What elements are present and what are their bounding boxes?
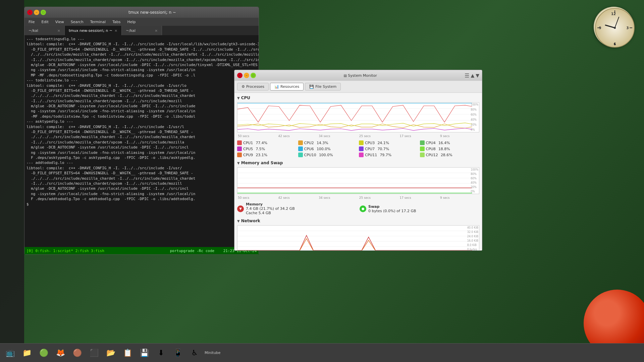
cpu3-stat: CPU3 24.1% <box>359 140 419 145</box>
terminal-menubar: File Edit View Search Terminal Tabs Help <box>24 18 259 26</box>
tab-2-label: tmux new-session\; n ~ <box>69 28 112 33</box>
cpu10-stat: CPU10 100.0% <box>298 153 358 157</box>
taskbar-app3[interactable]: ⬛ <box>87 346 101 360</box>
tab-resources[interactable]: 📊 Resources <box>270 83 304 90</box>
svg-text:9: 9 <box>599 26 601 30</box>
tab-2-close[interactable]: × <box>114 28 117 33</box>
taskbar-files[interactable]: 📂 <box>103 346 118 360</box>
cpu8-stat: CPU8 18.8% <box>420 146 480 151</box>
memory-swap-stats: ▼ Memory 7.4 GB (21.7%) of 34.2 GB Cache… <box>237 202 479 215</box>
cpu6-stat: CPU6 100.0% <box>298 146 358 151</box>
accessibility-icon: ♿ <box>191 349 198 357</box>
sysmon-down-icon[interactable]: ▼ <box>476 73 479 78</box>
swap-icon: ● <box>360 205 366 212</box>
cpu9-label: CPU9 <box>243 153 253 157</box>
taskbar-thunar[interactable]: 📁 <box>19 346 34 360</box>
cpu2-color <box>298 140 303 145</box>
cpu4-value: 16.4% <box>438 141 450 145</box>
memory-label-text: Memory <box>246 202 295 206</box>
svg-point-23 <box>614 27 616 29</box>
sysmon-min-button[interactable]: − <box>244 73 249 78</box>
memory-info: Memory 7.4 GB (21.7%) of 34.2 GB Cache 5… <box>246 202 295 215</box>
app5-icon: 💾 <box>140 349 149 357</box>
swap-used: 0 bytes (0.0%) of 17.2 GB <box>368 209 416 213</box>
cpu-section-header[interactable]: ▼ CPU <box>237 96 479 100</box>
cpu7-stat: CPU7 70.7% <box>359 146 419 151</box>
taskbar-phone[interactable]: 📱 <box>170 346 185 360</box>
network-y-labels: 40.0 KiB 32.0 KiB 24.0 KiB 16.0 KiB 8.0 … <box>467 226 478 250</box>
fruit-decoration <box>584 290 644 343</box>
taskbar-app2[interactable]: 🟤 <box>70 346 85 360</box>
app1-icon: 🟢 <box>39 349 48 357</box>
memory-y-labels: 100% 80% 60% 40% 20% 0% <box>471 168 478 194</box>
memory-stat: ▼ Memory 7.4 GB (21.7%) of 34.2 GB Cache… <box>237 202 357 215</box>
cpu7-color <box>359 146 364 151</box>
minimize-button[interactable]: − <box>34 10 39 15</box>
desktop: × − □ tmux new-session\; n ~ File Edit V… <box>0 0 644 362</box>
cpu-chart: 100% 80% 60% 40% 20% 0% <box>237 102 479 132</box>
app4-icon: 📋 <box>123 349 132 357</box>
clock-widget: 12 3 6 9 <box>594 7 634 47</box>
tmux-status-left: [0] 0:fish- 1:script* 2:fish 3:fish <box>26 249 104 253</box>
tab-3[interactable]: ~/kal × <box>122 26 162 35</box>
window-controls: × − □ <box>27 10 46 15</box>
tab-3-label: ~/kal <box>126 28 136 33</box>
close-button[interactable]: × <box>27 10 33 15</box>
sysmon-max-button[interactable]: □ <box>251 73 256 78</box>
cpu8-value: 18.8% <box>438 147 450 151</box>
download-icon: ⬇ <box>158 349 164 357</box>
network-collapse-icon: ▼ <box>237 219 240 223</box>
menu-file[interactable]: File <box>27 19 36 25</box>
cpu-time-labels: 50 secs 42 secs 34 secs 25 secs 17 secs … <box>237 134 479 138</box>
memory-section-header[interactable]: ▼ Memory and Swap <box>237 161 479 165</box>
taskbar-accessibility[interactable]: ♿ <box>187 346 202 360</box>
tab-processes[interactable]: ⚙ Processes <box>237 83 269 90</box>
sysmon-up-icon[interactable]: ▲ <box>471 73 474 78</box>
sysmon-menu-icon[interactable]: ☰ <box>465 72 469 79</box>
cpu11-value: 79.7% <box>380 153 391 157</box>
taskbar-minitube-label: Minitube <box>205 351 221 355</box>
tab-1-close[interactable]: × <box>57 28 60 33</box>
network-section-header[interactable]: ▼ Network <box>237 219 479 223</box>
filesystem-icon: 💾 <box>309 84 314 89</box>
cpu6-color <box>298 146 303 151</box>
taskbar-download[interactable]: ⬇ <box>154 346 168 360</box>
taskbar: 📺 📁 🟢 🦊 🟤 ⬛ 📂 📋 � <box>0 343 644 362</box>
cpu4-stat: CPU4 16.4% <box>420 140 480 145</box>
cpu5-color <box>237 146 242 151</box>
taskbar-app1[interactable]: 🟢 <box>36 346 51 360</box>
maximize-button[interactable]: □ <box>41 10 46 15</box>
menu-view[interactable]: View <box>54 19 65 25</box>
terminal-content: --- todosettingsdlg.lo --- libtool: comp… <box>24 35 259 247</box>
swap-stat: ● Swap 0 bytes (0.0%) of 17.2 GB <box>360 202 479 215</box>
cpu10-value: 100.0% <box>319 153 333 157</box>
sysmon-toolbar: ⚙ Processes 📊 Resources 💾 File System <box>234 81 482 93</box>
taskbar-firefox[interactable]: 🦊 <box>53 346 68 360</box>
cpu2-label: CPU2 <box>304 141 314 145</box>
resources-icon: 📊 <box>274 84 279 89</box>
menu-edit[interactable]: Edit <box>40 19 50 25</box>
tab-filesystem[interactable]: 💾 File System <box>305 83 341 90</box>
thunar-icon: 📁 <box>22 349 32 357</box>
tab-2[interactable]: tmux new-session\; n ~ × <box>65 26 122 35</box>
tab-3-close[interactable]: × <box>155 28 158 33</box>
taskbar-app4[interactable]: 📋 <box>120 346 135 360</box>
terminal-titlebar[interactable]: × − □ tmux new-session\; n ~ <box>24 7 259 18</box>
menu-search[interactable]: Search <box>69 19 85 25</box>
taskbar-minitube[interactable]: 📺 <box>3 346 17 360</box>
sysmon-close-button[interactable]: × <box>237 73 243 78</box>
sysmon-titlebar[interactable]: × − □ ▤ System Monitor ☰ ▲ ▼ <box>234 70 482 81</box>
menu-terminal[interactable]: Terminal <box>89 19 107 25</box>
cpu5-label: CPU5 <box>243 147 253 151</box>
tab-1[interactable]: ~/kal × <box>24 26 65 35</box>
cpu9-color <box>237 153 242 157</box>
menu-help[interactable]: Help <box>126 19 137 25</box>
menu-tabs[interactable]: Tabs <box>111 19 122 25</box>
memory-collapse-icon: ▼ <box>237 161 240 165</box>
taskbar-app5[interactable]: 💾 <box>137 346 152 360</box>
sysmon-title: ▤ System Monitor <box>258 73 463 78</box>
cpu5-value: 7.5% <box>256 147 265 151</box>
cpu-y-labels: 100% 80% 60% 40% 20% 0% <box>471 103 478 132</box>
cpu10-color <box>298 153 303 157</box>
svg-text:6: 6 <box>614 42 616 46</box>
